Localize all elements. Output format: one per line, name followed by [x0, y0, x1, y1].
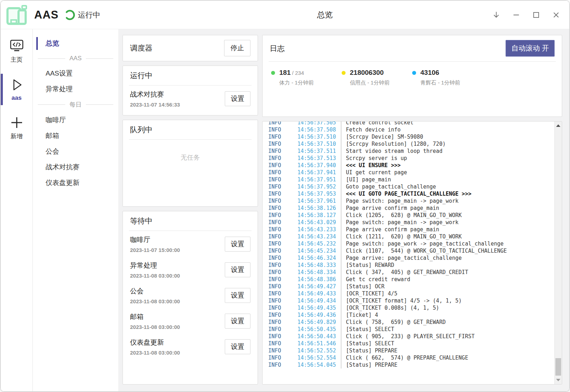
log-level: INFO — [268, 311, 291, 319]
log-message: UI get current page — [341, 169, 407, 176]
log-line: INFO 14:56:52.552 [Status] PREPARE — [268, 347, 554, 354]
scrollbar-up-arrow-icon[interactable] — [556, 124, 560, 127]
log-timestamp: 14:56:51.546 — [291, 340, 336, 347]
log-timestamp: 14:56:37.510 — [291, 140, 336, 148]
log-line: INFO 14:56:48.334 Click ( 347, 405) @ GE… — [268, 269, 554, 276]
log-timestamp: 14:56:48.333 — [291, 262, 336, 269]
stop-button[interactable]: 停止 — [224, 40, 250, 56]
nav-item-tactical-challenge[interactable]: 战术对抗赛 — [33, 159, 118, 175]
log-line: INFO 14:56:37.952 Goto page_tactical_cha… — [268, 183, 554, 190]
log-level: INFO — [268, 276, 291, 283]
task-time: 2023-11-07 14:56:33 — [130, 102, 180, 108]
log-line: INFO 14:56:49.433 [OCR_TICKET] 4/5 — [268, 290, 554, 297]
autoscroll-toggle-button[interactable]: 自动滚动 开 — [506, 40, 555, 57]
nav-section-divider: 每日 — [38, 100, 113, 109]
log-view[interactable]: INFO 14:56:37.505 Create control socket … — [262, 121, 562, 385]
log-timestamp: 14:56:49.435 — [291, 304, 336, 311]
log-line: INFO 14:56:51.546 [Status] SELECT — [268, 340, 554, 347]
log-line: INFO 14:56:37.961 Page switch: page_main… — [268, 197, 554, 205]
task-time: 2023-11-07 15:00:00 — [130, 247, 180, 253]
log-level: INFO — [268, 121, 291, 126]
log-line: INFO 14:56:54.045 [Status] PREPARE — [268, 361, 554, 368]
log-message: [Status] PREPARE — [341, 361, 398, 368]
log-message: Click (1107, 544) @ WORK_GO_TO_TACTICAL_… — [341, 247, 507, 254]
app-name: AAS — [34, 9, 58, 21]
log-timestamp: 14:56:50.435 — [291, 326, 336, 333]
log-line: INFO 14:56:37.508 Fetch device info — [268, 126, 554, 133]
log-timestamp: 14:56:49.436 — [291, 311, 336, 319]
minimize-icon[interactable] — [511, 10, 522, 20]
log-line: INFO 14:56:37.510 [Scrcpy Device] SM-S90… — [268, 133, 554, 140]
log-line: INFO 14:56:52.554 Click ( 662, 574) @ PR… — [268, 354, 554, 361]
stat-value: 181 / 234 — [279, 69, 304, 77]
rail-item-home[interactable]: 主页 — [1, 36, 33, 66]
running-title: 运行中 — [130, 71, 152, 81]
log-timestamp: 14:56:37.508 — [291, 126, 336, 133]
nav-item-cafe[interactable]: 咖啡厅 — [33, 112, 118, 128]
nav-item-guild[interactable]: 公会 — [33, 144, 118, 159]
nav-item-mailbox[interactable]: 邮箱 — [33, 128, 118, 144]
rail-item-aas[interactable]: aas — [1, 75, 33, 104]
log-message: Get tc credit reward — [341, 276, 410, 283]
log-message: Fetch device info — [341, 126, 401, 133]
log-message: <<< UI ENSURE >>> — [341, 162, 401, 169]
nav-item-aas-settings[interactable]: AAS设置 — [33, 66, 118, 81]
icon-sidebar: 主页 aas 新增 — [1, 29, 33, 391]
log-line: INFO 14:56:45.234 Click (1107, 544) @ WO… — [268, 247, 554, 254]
log-level: INFO — [268, 326, 291, 333]
nav-item-overview[interactable]: 总览 — [33, 36, 118, 51]
log-line: INFO 14:56:49.435 [OCR_TICKET 0.008s] (4… — [268, 304, 554, 311]
stat-value: 43106 — [420, 69, 439, 77]
log-timestamp: 14:56:37.505 — [291, 121, 336, 126]
log-timestamp: 14:56:37.961 — [291, 197, 336, 205]
maximize-icon[interactable] — [531, 10, 542, 20]
log-level: INFO — [268, 155, 291, 162]
log-timestamp: 14:56:45.234 — [291, 247, 336, 254]
log-message: [Status] SELECT — [341, 326, 394, 333]
task-settings-button[interactable]: 设置 — [225, 91, 250, 106]
log-timestamp: 14:56:43.233 — [291, 226, 336, 233]
log-message: <<< UI GOTO PAGE_TACTICAL_CHALLENGE >>> — [341, 190, 471, 197]
task-settings-button[interactable]: 设置 — [225, 262, 250, 277]
task-settings-button[interactable]: 设置 — [225, 288, 250, 303]
app-body: 主页 aas 新增 总览AASAAS设置异常处理每日咖啡厅邮箱公会战术对抗赛仪表… — [1, 29, 569, 391]
log-timestamp: 14:56:46.324 — [291, 254, 336, 262]
log-line: INFO 14:56:49.829 Click ( 758, 659) @ GE… — [268, 319, 554, 326]
log-timestamp: 14:56:48.334 — [291, 269, 336, 276]
scheduler-card: 调度器 停止 — [123, 35, 258, 61]
log-line: INFO 14:56:50.443 Click ( 905, 233) @ PL… — [268, 333, 554, 340]
log-message: Page switch: page_main -> page_work — [341, 219, 458, 226]
task-settings-button[interactable]: 设置 — [225, 314, 250, 329]
log-level: INFO — [268, 247, 291, 254]
scrollbar-down-arrow-icon[interactable] — [556, 379, 560, 381]
log-scrollbar[interactable] — [554, 122, 562, 384]
log-level: INFO — [268, 233, 291, 240]
run-status-label: 运行中 — [78, 10, 100, 20]
log-level: INFO — [268, 361, 291, 368]
stat-label: 体力 - 1分钟前 — [279, 79, 342, 86]
scheduler-title: 调度器 — [130, 43, 152, 53]
task-row: 公会 2023-11-08 03:00:00 设置 — [123, 282, 258, 308]
log-timestamp: 14:56:43.234 — [291, 233, 336, 240]
task-settings-button[interactable]: 设置 — [225, 339, 250, 354]
nav-item-dashboard-update[interactable]: 仪表盘更新 — [33, 175, 118, 191]
scrollbar-thumb[interactable] — [555, 358, 561, 376]
tasks-column: 调度器 停止 运行中 战术对抗赛 2023-11-07 14:56:33 设置 — [123, 35, 258, 385]
window-controls — [491, 1, 561, 29]
log-message: [UI] page_main — [341, 176, 391, 183]
download-arrow-icon[interactable] — [491, 10, 502, 20]
nav-item-exception-handling[interactable]: 异常处理 — [33, 81, 118, 97]
close-icon[interactable] — [551, 10, 561, 20]
log-line: INFO 14:56:37.941 UI get current page — [268, 169, 554, 176]
queue-title: 队列中 — [130, 125, 152, 135]
log-timestamp: 14:56:50.443 — [291, 333, 336, 340]
brand: AAS 运行中 — [1, 4, 100, 26]
log-message: Page switch: page_work -> page_tactical_… — [341, 240, 504, 247]
log-level: INFO — [268, 297, 291, 304]
app-logo-icon — [5, 4, 29, 26]
log-message: Click (1211, 620) @ MAIN_GO_TO_WORK — [341, 233, 462, 240]
rail-item-add[interactable]: 新增 — [1, 113, 33, 143]
task-settings-button[interactable]: 设置 — [225, 237, 250, 252]
log-message: [Scrcpy Resolution] (1280, 720) — [341, 140, 446, 148]
log-timestamp: 14:56:49.427 — [291, 283, 336, 290]
